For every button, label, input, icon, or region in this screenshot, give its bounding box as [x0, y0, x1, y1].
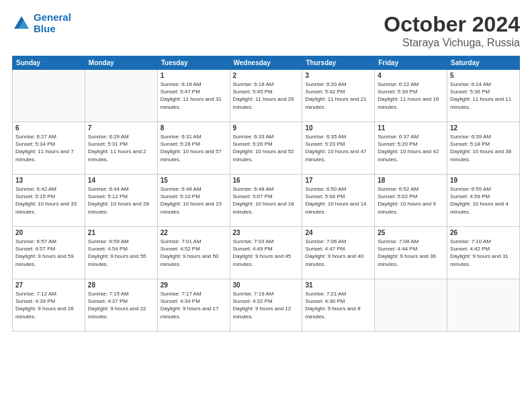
location-subtitle: Staraya Vichuga, Russia: [384, 37, 520, 49]
day-info: Sunrise: 7:21 AMSunset: 4:30 PMDaylight:…: [305, 290, 371, 320]
day-cell: 29Sunrise: 7:17 AMSunset: 4:34 PMDayligh…: [157, 279, 230, 332]
day-cell: [13, 70, 85, 122]
day-info: Sunrise: 7:12 AMSunset: 4:39 PMDaylight:…: [15, 290, 82, 320]
day-cell: 13Sunrise: 6:42 AMSunset: 5:15 PMDayligh…: [13, 175, 85, 227]
weekday-header-row: Sunday Monday Tuesday Wednesday Thursday…: [13, 56, 520, 70]
header-saturday: Saturday: [447, 56, 520, 70]
day-number: 1: [161, 72, 227, 79]
day-cell: 9Sunrise: 6:33 AMSunset: 5:26 PMDaylight…: [230, 122, 302, 175]
day-cell: 18Sunrise: 6:52 AMSunset: 5:02 PMDayligh…: [375, 175, 447, 227]
day-cell: 5Sunrise: 6:24 AMSunset: 5:36 PMDaylight…: [447, 70, 520, 122]
week-row-5: 27Sunrise: 7:12 AMSunset: 4:39 PMDayligh…: [13, 279, 520, 332]
day-info: Sunrise: 6:57 AMSunset: 4:57 PMDaylight:…: [15, 238, 82, 268]
header-tuesday: Tuesday: [157, 56, 230, 70]
day-number: 30: [233, 281, 300, 289]
day-cell: 4Sunrise: 6:22 AMSunset: 5:39 PMDaylight…: [375, 70, 447, 122]
day-info: Sunrise: 6:39 AMSunset: 5:18 PMDaylight:…: [450, 133, 517, 163]
day-info: Sunrise: 6:20 AMSunset: 5:42 PMDaylight:…: [305, 81, 371, 111]
day-info: Sunrise: 6:52 AMSunset: 5:02 PMDaylight:…: [378, 185, 444, 216]
day-cell: [447, 279, 520, 332]
day-info: Sunrise: 6:35 AMSunset: 5:23 PMDaylight:…: [305, 133, 371, 163]
day-info: Sunrise: 6:27 AMSunset: 5:34 PMDaylight:…: [15, 133, 82, 163]
day-info: Sunrise: 7:08 AMSunset: 4:44 PMDaylight:…: [378, 238, 444, 268]
day-info: Sunrise: 6:48 AMSunset: 5:07 PMDaylight:…: [233, 185, 300, 216]
day-cell: 27Sunrise: 7:12 AMSunset: 4:39 PMDayligh…: [13, 279, 85, 332]
day-number: 21: [88, 229, 154, 236]
logo-icon: [12, 14, 31, 33]
day-number: 19: [450, 177, 517, 184]
day-info: Sunrise: 7:01 AMSunset: 4:52 PMDaylight:…: [161, 238, 227, 268]
day-cell: [375, 279, 447, 332]
day-cell: 8Sunrise: 6:31 AMSunset: 5:28 PMDaylight…: [157, 122, 230, 175]
day-info: Sunrise: 6:31 AMSunset: 5:28 PMDaylight:…: [161, 133, 227, 163]
day-info: Sunrise: 6:42 AMSunset: 5:15 PMDaylight:…: [15, 185, 82, 216]
day-cell: 12Sunrise: 6:39 AMSunset: 5:18 PMDayligh…: [447, 122, 520, 175]
day-cell: 20Sunrise: 6:57 AMSunset: 4:57 PMDayligh…: [13, 227, 85, 279]
week-row-4: 20Sunrise: 6:57 AMSunset: 4:57 PMDayligh…: [13, 227, 520, 279]
day-cell: 24Sunrise: 7:06 AMSunset: 4:47 PMDayligh…: [302, 227, 375, 279]
day-cell: 17Sunrise: 6:50 AMSunset: 5:04 PMDayligh…: [302, 175, 375, 227]
logo: General Blue: [12, 12, 71, 34]
header-sunday: Sunday: [13, 56, 85, 70]
day-number: 24: [305, 229, 371, 236]
day-number: 2: [233, 72, 300, 79]
logo-blue: Blue: [34, 24, 71, 35]
day-info: Sunrise: 7:03 AMSunset: 4:49 PMDaylight:…: [233, 238, 300, 268]
day-number: 4: [378, 72, 444, 79]
day-number: 28: [88, 281, 154, 289]
day-cell: 15Sunrise: 6:46 AMSunset: 5:10 PMDayligh…: [157, 175, 230, 227]
day-cell: 11Sunrise: 6:37 AMSunset: 5:20 PMDayligh…: [375, 122, 447, 175]
calendar-table: Sunday Monday Tuesday Wednesday Thursday…: [12, 56, 520, 332]
day-cell: 10Sunrise: 6:35 AMSunset: 5:23 PMDayligh…: [302, 122, 375, 175]
day-number: 29: [161, 281, 227, 289]
day-cell: 31Sunrise: 7:21 AMSunset: 4:30 PMDayligh…: [302, 279, 375, 332]
day-info: Sunrise: 7:06 AMSunset: 4:47 PMDaylight:…: [305, 238, 371, 268]
header: General Blue October 2024 Staraya Vichug…: [12, 12, 520, 49]
day-cell: 16Sunrise: 6:48 AMSunset: 5:07 PMDayligh…: [230, 175, 302, 227]
day-number: 14: [88, 177, 154, 184]
day-number: 16: [233, 177, 300, 184]
day-number: 10: [305, 124, 371, 132]
header-friday: Friday: [375, 56, 447, 70]
day-cell: 2Sunrise: 6:18 AMSunset: 5:45 PMDaylight…: [230, 70, 302, 122]
header-thursday: Thursday: [302, 56, 375, 70]
header-monday: Monday: [85, 56, 157, 70]
day-cell: [85, 70, 157, 122]
day-info: Sunrise: 7:19 AMSunset: 4:32 PMDaylight:…: [233, 290, 300, 320]
day-cell: 1Sunrise: 6:16 AMSunset: 5:47 PMDaylight…: [157, 70, 230, 122]
day-info: Sunrise: 6:50 AMSunset: 5:04 PMDaylight:…: [305, 185, 371, 216]
day-number: 3: [305, 72, 371, 79]
week-row-2: 6Sunrise: 6:27 AMSunset: 5:34 PMDaylight…: [13, 122, 520, 175]
day-cell: 26Sunrise: 7:10 AMSunset: 4:42 PMDayligh…: [447, 227, 520, 279]
day-info: Sunrise: 7:10 AMSunset: 4:42 PMDaylight:…: [450, 238, 517, 268]
day-info: Sunrise: 6:18 AMSunset: 5:45 PMDaylight:…: [233, 81, 300, 111]
day-info: Sunrise: 6:22 AMSunset: 5:39 PMDaylight:…: [378, 81, 444, 111]
day-number: 31: [305, 281, 371, 289]
day-cell: 28Sunrise: 7:15 AMSunset: 4:37 PMDayligh…: [85, 279, 157, 332]
page: General Blue October 2024 Staraya Vichug…: [0, 0, 532, 411]
day-cell: 7Sunrise: 6:29 AMSunset: 5:31 PMDaylight…: [85, 122, 157, 175]
day-cell: 22Sunrise: 7:01 AMSunset: 4:52 PMDayligh…: [157, 227, 230, 279]
day-info: Sunrise: 6:44 AMSunset: 5:12 PMDaylight:…: [88, 185, 154, 216]
title-block: October 2024 Staraya Vichuga, Russia: [384, 12, 520, 49]
header-wednesday: Wednesday: [230, 56, 302, 70]
day-number: 5: [450, 72, 517, 79]
day-info: Sunrise: 6:59 AMSunset: 4:54 PMDaylight:…: [88, 238, 154, 268]
day-info: Sunrise: 7:15 AMSunset: 4:37 PMDaylight:…: [88, 290, 154, 320]
day-number: 12: [450, 124, 517, 132]
day-cell: 14Sunrise: 6:44 AMSunset: 5:12 PMDayligh…: [85, 175, 157, 227]
day-number: 27: [15, 281, 82, 289]
day-cell: 19Sunrise: 6:55 AMSunset: 4:59 PMDayligh…: [447, 175, 520, 227]
day-info: Sunrise: 7:17 AMSunset: 4:34 PMDaylight:…: [161, 290, 227, 320]
day-cell: 23Sunrise: 7:03 AMSunset: 4:49 PMDayligh…: [230, 227, 302, 279]
day-number: 18: [378, 177, 444, 184]
day-info: Sunrise: 6:46 AMSunset: 5:10 PMDaylight:…: [161, 185, 227, 216]
day-number: 13: [15, 177, 82, 184]
day-number: 9: [233, 124, 300, 132]
day-number: 26: [450, 229, 517, 236]
day-number: 25: [378, 229, 444, 236]
day-info: Sunrise: 6:16 AMSunset: 5:47 PMDaylight:…: [161, 81, 227, 111]
day-number: 20: [15, 229, 82, 236]
day-info: Sunrise: 6:55 AMSunset: 4:59 PMDaylight:…: [450, 185, 517, 216]
day-cell: 21Sunrise: 6:59 AMSunset: 4:54 PMDayligh…: [85, 227, 157, 279]
